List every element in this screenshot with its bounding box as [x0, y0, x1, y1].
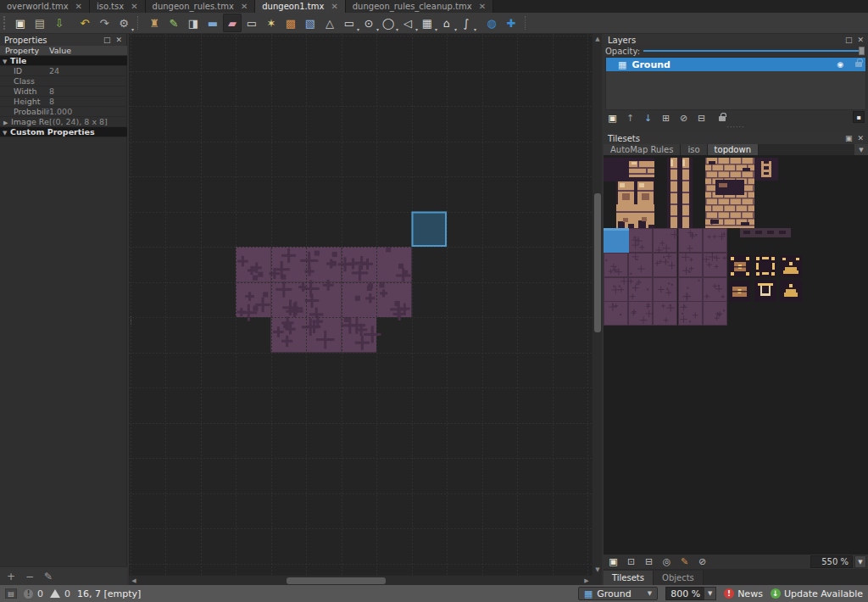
layer-offset-icon[interactable]: ✚ [502, 14, 520, 32]
remove-property-button[interactable]: − [23, 571, 36, 582]
map-canvas[interactable] [129, 34, 592, 575]
float-panel-icon[interactable]: ▣ [845, 135, 853, 142]
dock-tab-tilesets[interactable]: Tilesets [604, 571, 654, 585]
select-objects-icon[interactable]: ▧ [301, 14, 320, 32]
tileset-zoom-field[interactable]: 550 % [810, 555, 853, 568]
terrain-brush-icon[interactable]: ✎ [164, 14, 183, 32]
dropdown-arrow-icon[interactable]: ▾ [474, 26, 476, 32]
close-tab-icon[interactable]: ✕ [131, 3, 137, 11]
lock-layer-icon[interactable] [719, 116, 726, 121]
edit-polygons-icon[interactable]: △ [320, 14, 339, 32]
close-tab-icon[interactable]: ✕ [241, 3, 248, 11]
shape-fill-icon[interactable]: ▬ [203, 14, 222, 32]
map-horizontal-scrollbar[interactable]: ◀ ▶ [129, 575, 592, 585]
close-tab-icon[interactable]: ✕ [75, 3, 82, 11]
stamp-brush-icon[interactable]: ♜ [145, 14, 164, 32]
commands-icon[interactable]: ⚙▾ [114, 14, 133, 32]
insert-ellipse-icon[interactable]: ◯▾ [379, 14, 398, 32]
map-zoom-field[interactable]: 800 % [665, 587, 704, 600]
property-section-tile[interactable]: ▼Tile [0, 56, 127, 66]
toolbar-drag-handle[interactable] [3, 16, 8, 30]
raise-layer-icon[interactable]: ↑ [623, 112, 637, 125]
property-row-width[interactable]: Width8 [0, 86, 127, 97]
redo-icon[interactable]: ↷ [95, 14, 114, 32]
scroll-up-icon[interactable]: ▲ [593, 35, 603, 43]
undo-icon[interactable]: ↶ [75, 14, 94, 32]
close-tab-icon[interactable]: ✕ [331, 3, 337, 11]
panel-splitter[interactable]: ······ [604, 125, 868, 132]
world-tool-icon[interactable]: ◍ [482, 14, 501, 32]
rect-select-icon[interactable]: ▭ [242, 14, 261, 32]
insert-polygon-icon[interactable]: ◁▾ [398, 14, 417, 32]
tileset-tab-list-icon[interactable]: ▼ [854, 144, 868, 155]
edit-terrain-icon[interactable]: ✎ [677, 555, 692, 568]
insert-tile-icon[interactable]: ▦▾ [418, 14, 437, 32]
document-tab-overworld-tmx[interactable]: overworld.tmx✕ [0, 0, 90, 13]
tileset-zoom-dropdown-icon[interactable]: ▼ [854, 555, 866, 568]
opacity-slider-handle[interactable] [859, 47, 865, 55]
magic-wand-icon[interactable]: ✶ [262, 14, 281, 32]
scroll-left-icon[interactable]: ◀ [129, 577, 139, 585]
insert-template-icon[interactable]: ⌂▾ [437, 14, 456, 32]
property-row-class[interactable]: Class [0, 76, 127, 86]
console-toggle-icon[interactable]: ▤ [5, 588, 17, 599]
property-row-height[interactable]: Height8 [0, 97, 127, 107]
dock-tab-objects[interactable]: Objects [654, 571, 704, 585]
update-button[interactable]: ↓ Update Available [771, 588, 863, 599]
float-panel-icon[interactable]: □ [103, 36, 111, 44]
document-tab-dungeon1-tmx[interactable]: dungeon1.tmx✕ [255, 0, 346, 13]
close-tab-icon[interactable]: ✕ [479, 3, 486, 11]
highlight-current-layer-icon[interactable]: ▪ [853, 111, 865, 123]
embed-tileset-icon[interactable]: ⊡ [624, 555, 638, 568]
add-property-button[interactable]: + [4, 571, 18, 582]
tileset-canvas[interactable] [604, 155, 868, 555]
save-icon[interactable]: ⇩ [50, 14, 69, 32]
remove-layer-icon[interactable]: ⊘ [676, 112, 691, 125]
map-zoom-dropdown-icon[interactable]: ▼ [704, 587, 716, 600]
current-layer-select[interactable]: ▦ Ground ▼ [578, 587, 658, 600]
warning-icon[interactable] [50, 589, 60, 598]
export-tileset-icon[interactable]: ⊟ [642, 555, 656, 568]
scroll-down-icon[interactable]: ▼ [593, 566, 603, 574]
tileset-tab-automap-rules[interactable]: AutoMap Rules [604, 144, 681, 155]
close-panel-icon[interactable]: ✕ [857, 135, 864, 142]
close-panel-icon[interactable]: ✕ [115, 36, 122, 44]
open-file-icon[interactable]: ▤ [31, 14, 49, 32]
document-tab-dungeon_rules_cleanup-tmx[interactable]: dungeon_rules_cleanup.tmx✕ [346, 0, 493, 13]
news-button[interactable]: ! News [724, 588, 763, 599]
tileset-tab-topdown[interactable]: topdown [708, 144, 759, 155]
property-row-image-rect[interactable]: ▶Image Rect[(0, 24), 8 x 8] [0, 117, 127, 127]
layer-visibility-eye-icon[interactable]: ◉ [837, 60, 843, 69]
lower-layer-icon[interactable]: ↓ [641, 112, 655, 125]
merge-layer-icon[interactable]: ⊟ [694, 112, 709, 125]
error-icon[interactable]: ! [24, 589, 33, 599]
edit-property-button[interactable]: ✎ [42, 571, 55, 582]
duplicate-layer-icon[interactable]: ⊞ [659, 112, 673, 125]
edit-tileset-icon[interactable]: ◎ [659, 555, 674, 568]
insert-rectangle-icon[interactable]: ▭▾ [340, 14, 359, 32]
close-panel-icon[interactable]: ✕ [857, 36, 864, 44]
scroll-right-icon[interactable]: ▶ [581, 577, 592, 585]
opacity-slider[interactable] [643, 50, 863, 52]
remove-tileset-icon[interactable]: ⊘ [695, 555, 709, 568]
insert-text-icon[interactable]: ∫▾ [457, 14, 476, 32]
map-vertical-scrollbar[interactable]: ▲ ▼ [592, 34, 602, 575]
dock-splitter-handle[interactable]: ⋮⋮ [128, 317, 131, 336]
document-tab-dungeon_rules-tmx[interactable]: dungeon_rules.tmx✕ [146, 0, 256, 13]
select-same-tile-icon[interactable]: ▩ [281, 14, 300, 32]
property-section-custom-properties[interactable]: ▼Custom Properties [0, 127, 127, 137]
property-row-probability[interactable]: Probability1.000 [0, 107, 127, 117]
new-map-icon[interactable]: ▣ [11, 14, 30, 32]
layer-row-ground[interactable]: ▦Ground◉ [606, 58, 865, 71]
property-row-id[interactable]: ID24 [0, 66, 127, 76]
eraser-icon[interactable]: ▰ [223, 14, 242, 32]
insert-point-icon[interactable]: ⊙▾ [359, 14, 378, 32]
new-layer-icon[interactable]: ▣ [605, 112, 620, 125]
new-tileset-icon[interactable]: ▣ [606, 555, 620, 568]
tileset-tab-iso[interactable]: iso [681, 144, 707, 155]
document-tab-iso-tsx[interactable]: iso.tsx✕ [90, 0, 146, 13]
bucket-fill-icon[interactable]: ◨ [184, 14, 203, 32]
dropdown-arrow-icon[interactable]: ▾ [131, 26, 134, 32]
layer-lock-icon[interactable] [855, 62, 862, 67]
float-panel-icon[interactable]: □ [845, 36, 853, 44]
